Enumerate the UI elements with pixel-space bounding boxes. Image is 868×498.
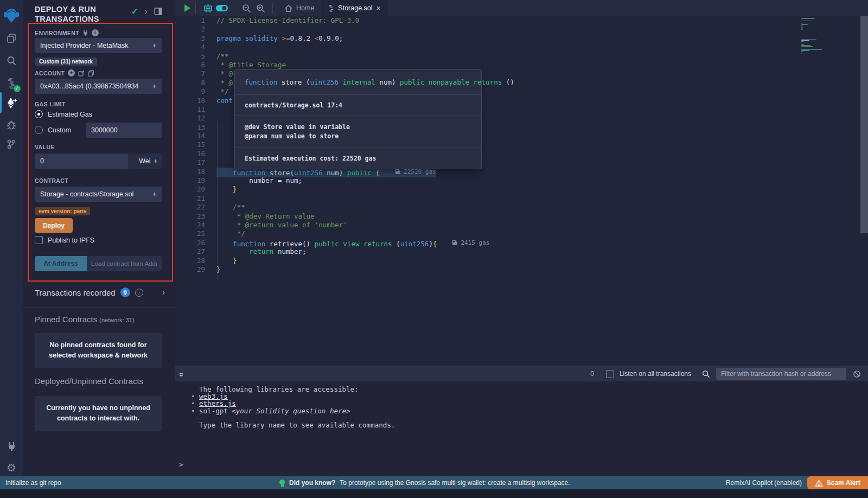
scam-alert-button[interactable]: Scam Alert [807,476,868,489]
account-label: ACCOUNT + [35,69,94,76]
code-line: 21 [175,194,799,203]
pin-panel-icon[interactable] [154,8,162,15]
deployed-contracts-heading: Deployed/Unpinned Contracts [35,376,143,386]
plug-icon [82,30,88,36]
git-icon[interactable] [0,135,23,154]
zoom-out-icon[interactable] [239,1,253,15]
terminal-lines: The following libraries are accessible:•… [191,386,395,429]
hover-tooltip: function store (uint256 internal num) pu… [234,69,482,169]
editor-toolbar: Home Storage.sol × [175,0,868,16]
chevron-updown-icon: ▲▼ [153,84,156,88]
estimated-gas-radio[interactable] [35,110,43,118]
run-script-button[interactable] [184,4,190,12]
custom-gas-input[interactable] [86,123,162,138]
custom-gas-radio[interactable] [35,126,43,134]
estimated-gas-option[interactable]: Estimated Gas [35,110,92,118]
code-line: 6 * @title Storage [175,61,799,69]
copilot-toggle-icon[interactable] [215,1,229,15]
code-line: 29} [175,265,799,274]
code-line: 25 */ [175,229,799,238]
did-you-know-tip: Did you know? To prototype using the Gno… [279,479,570,487]
compiled-check-icon: ✓ [131,7,138,16]
panel-title: DEPLOY & RUN TRANSACTIONS [35,4,132,24]
close-tab-icon[interactable]: × [376,4,381,12]
code-line: 26 function retrieve() public view retur… [175,239,799,247]
zoom-in-icon[interactable] [253,1,267,15]
copy-account-icon[interactable] [88,70,94,76]
publish-ipfs-checkbox[interactable] [35,236,43,244]
chevron-updown-icon: ▲▼ [153,43,156,48]
ai-copilot-icon[interactable] [201,1,215,15]
remix-ide-window: ✓ ⚙ DEPLOY & RUN TRANSACTIONS ✓ › ENVIRO… [0,0,868,498]
home-icon [285,5,292,12]
minimap[interactable] [801,18,833,54]
plugin-manager-icon[interactable] [0,436,23,456]
contract-select[interactable]: Storage - contracts/Storage.sol ▲▼ [35,187,162,202]
debugger-icon[interactable] [0,115,23,135]
code-line: 4 [175,43,799,52]
terminal-prompt[interactable]: > [179,461,183,469]
copilot-status[interactable]: RemixAI Copilot (enabled) [726,479,802,487]
gas-annotation: 2415 gas [452,239,489,247]
code-line: 3pragma solidity >=0.8.2 <0.9.0; [175,34,799,43]
terminal-tx-count: 0 [590,370,594,378]
code-line: 5/** [175,52,799,61]
warning-icon [815,480,823,487]
transaction-filter-input[interactable] [716,368,846,380]
deploy-button[interactable]: Deploy [35,218,73,233]
terminal-output[interactable]: The following libraries are accessible:•… [175,381,868,476]
account-select[interactable]: 0xA03...85ac4 (0.398673504934 ▲▼ [35,79,162,94]
git-init-status[interactable]: Initialize as git repo [5,479,61,487]
custom-gas-option[interactable]: Custom [35,126,71,134]
gas-limit-label: GAS LIMIT [35,101,66,107]
transactions-recorded-row[interactable]: Transactions recorded 0 i › [35,288,165,297]
collapse-chevron-icon[interactable]: › [145,7,148,16]
value-input[interactable] [35,154,128,169]
code-editor[interactable]: 1// SPDX-License-Identifier: GPL-3.023pr… [175,16,868,382]
add-account-icon[interactable]: + [68,69,75,76]
value-label: VALUE [35,144,55,150]
remix-logo-icon[interactable] [0,4,23,26]
tab-home[interactable]: Home [278,0,321,16]
expand-terminal-icon[interactable]: » [177,372,187,375]
solidity-compiler-icon[interactable]: ✓ [0,74,23,93]
code-line: 23 * @dev Return value [175,212,799,221]
code-line: 22 /** [175,203,799,212]
environment-label: ENVIRONMENT i [35,29,99,36]
publish-ipfs-option[interactable]: Publish to IPFS [35,236,94,244]
code-line: 1// SPDX-License-Identifier: GPL-3.0 [175,16,799,25]
value-unit-select[interactable]: Wei ▲▼ [128,154,162,169]
editor-scrollbar[interactable] [860,16,868,233]
environment-info-icon[interactable]: i [92,29,99,36]
clear-console-icon[interactable] [850,367,864,381]
transactions-info-icon[interactable]: i [135,289,143,297]
code-line: 24 * @return value of 'number' [175,221,799,229]
code-line: 27 return number; [175,247,799,256]
code-line: 2 [175,25,799,34]
edit-account-icon[interactable] [78,70,85,76]
tooltip-location: contracts/Storage.sol 17:4 [235,94,481,116]
network-badge: Custom (31) network [35,56,97,66]
listen-all-label: Listen on all transactions [620,370,691,378]
listen-all-checkbox[interactable] [606,370,614,378]
at-address-button[interactable]: At Address [35,256,87,271]
at-address-input[interactable] [87,256,162,271]
contract-label: CONTRACT [35,177,68,184]
search-icon[interactable] [0,51,23,71]
settings-gear-icon[interactable]: ⚙ [0,458,23,477]
deploy-run-icon[interactable] [0,93,23,113]
deploy-run-panel: DEPLOY & RUN TRANSACTIONS ✓ › ENVIRONMEN… [23,0,175,476]
tooltip-doc: @dev Store value in variable @param num … [235,116,481,148]
environment-select[interactable]: Injected Provider - MetaMask ▲▼ [35,38,162,53]
deployed-empty-message: Currently you have no unpinned contracts… [35,396,162,431]
transactions-expand-chevron[interactable]: › [162,288,165,297]
terminal-search-icon[interactable] [699,367,713,381]
evm-version-badge: evm version: paris [35,206,90,215]
bottom-strip [0,489,868,498]
solidity-file-icon [328,5,334,12]
tab-storage-sol[interactable]: Storage.sol × [321,0,387,16]
pinned-contracts-heading: Pinned Contracts (network: 31) [35,315,134,324]
file-explorer-icon[interactable] [0,28,23,48]
terminal-line: • sol-gpt <your Solidity question here> [191,407,395,414]
compile-success-badge: ✓ [14,85,21,92]
